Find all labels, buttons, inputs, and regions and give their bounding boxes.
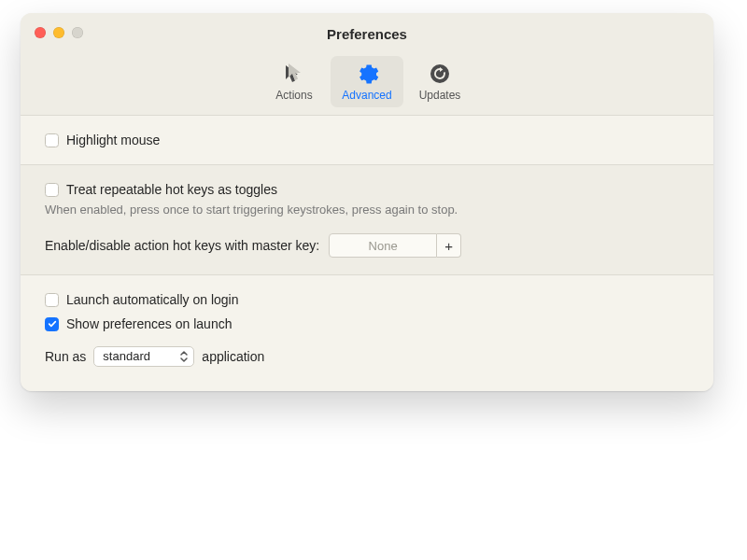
master-key-field: None + <box>329 233 461 258</box>
row-run-as: Run as standard application <box>45 346 689 367</box>
master-key-label: Enable/disable action hot keys with mast… <box>45 238 319 253</box>
run-as-value: standard <box>103 349 150 363</box>
row-master-key: Enable/disable action hot keys with mast… <box>45 233 689 258</box>
run-as-suffix: application <box>202 349 264 364</box>
tab-actions[interactable]: Actions <box>258 56 331 107</box>
toolbar-tabs: Actions Advanced Updates <box>21 56 713 116</box>
run-as-prefix: Run as <box>45 349 86 364</box>
treat-toggles-checkbox[interactable] <box>45 183 59 197</box>
gear-icon <box>355 62 379 86</box>
highlight-mouse-checkbox[interactable] <box>45 133 59 147</box>
section-launch: Launch automatically on login Show prefe… <box>21 275 713 391</box>
show-prefs-checkbox[interactable] <box>45 317 59 331</box>
tab-updates[interactable]: Updates <box>403 56 476 107</box>
show-prefs-label: Show preferences on launch <box>66 316 232 331</box>
row-show-prefs: Show preferences on launch <box>45 316 689 331</box>
row-highlight-mouse: Highlight mouse <box>45 133 689 147</box>
tab-advanced-label: Advanced <box>342 89 391 102</box>
tab-advanced[interactable]: Advanced <box>331 56 403 107</box>
updates-icon <box>428 62 452 86</box>
master-key-input[interactable]: None <box>329 233 437 258</box>
window-title: Preferences <box>21 13 713 56</box>
row-launch-login: Launch automatically on login <box>45 292 689 307</box>
titlebar: Preferences <box>21 13 713 56</box>
tab-updates-label: Updates <box>419 89 461 102</box>
treat-toggles-hint: When enabled, press once to start trigge… <box>45 203 689 217</box>
treat-toggles-label: Treat repeatable hot keys as toggles <box>66 182 277 197</box>
tab-actions-label: Actions <box>275 89 312 102</box>
actions-icon <box>282 62 306 86</box>
run-as-select[interactable]: standard <box>93 346 194 367</box>
section-hotkeys: Treat repeatable hot keys as toggles Whe… <box>21 165 713 275</box>
section-highlight: Highlight mouse <box>21 116 713 165</box>
launch-login-checkbox[interactable] <box>45 293 59 307</box>
preferences-window: Preferences Actions Advanced <box>21 13 713 391</box>
chevron-updown-icon <box>179 350 189 363</box>
master-key-add-button[interactable]: + <box>437 233 461 258</box>
row-treat-toggles: Treat repeatable hot keys as toggles <box>45 182 689 197</box>
highlight-mouse-label: Highlight mouse <box>66 133 160 147</box>
launch-login-label: Launch automatically on login <box>66 292 238 307</box>
